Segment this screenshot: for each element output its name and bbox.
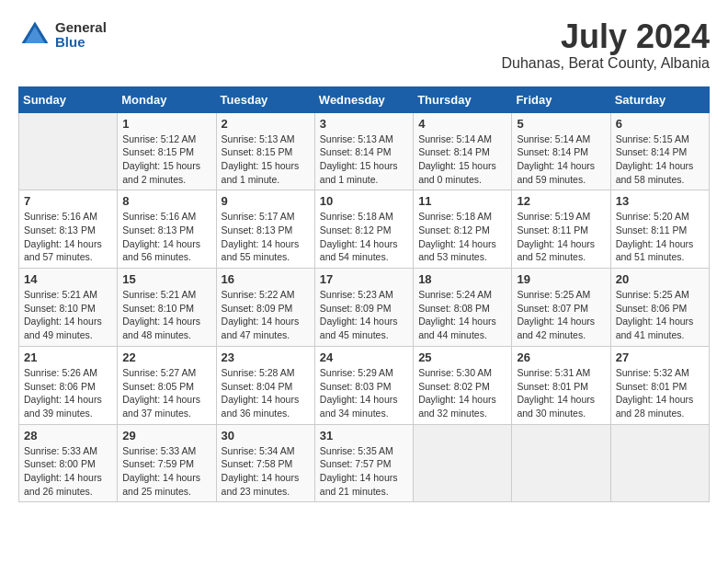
day-detail: Sunrise: 5:25 AMSunset: 8:07 PMDaylight:… [517, 288, 605, 342]
day-detail: Sunrise: 5:18 AMSunset: 8:12 PMDaylight:… [418, 210, 506, 264]
day-number: 11 [418, 194, 506, 208]
weekday-header-wednesday: Wednesday [314, 86, 413, 112]
day-number: 10 [320, 194, 408, 208]
day-detail: Sunrise: 5:18 AMSunset: 8:12 PMDaylight:… [320, 210, 408, 264]
day-detail: Sunrise: 5:28 AMSunset: 8:04 PMDaylight:… [222, 366, 310, 420]
calendar-cell [610, 424, 709, 502]
day-detail: Sunrise: 5:14 AMSunset: 8:14 PMDaylight:… [517, 132, 605, 187]
day-detail: Sunrise: 5:30 AMSunset: 8:02 PMDaylight:… [418, 366, 506, 420]
calendar-cell: 6Sunrise: 5:15 AMSunset: 8:14 PMDaylight… [610, 112, 709, 190]
day-detail: Sunrise: 5:17 AMSunset: 8:13 PMDaylight:… [222, 210, 310, 264]
day-number: 8 [122, 194, 210, 208]
day-detail: Sunrise: 5:21 AMSunset: 8:10 PMDaylight:… [24, 288, 112, 342]
day-number: 14 [24, 272, 112, 286]
calendar-cell: 30Sunrise: 5:34 AMSunset: 7:58 PMDayligh… [216, 424, 314, 502]
day-number: 22 [122, 350, 210, 364]
calendar-cell: 3Sunrise: 5:13 AMSunset: 8:14 PMDaylight… [314, 112, 413, 190]
day-detail: Sunrise: 5:35 AMSunset: 7:57 PMDaylight:… [320, 444, 408, 499]
day-detail: Sunrise: 5:34 AMSunset: 7:58 PMDaylight:… [222, 444, 310, 499]
calendar-cell: 27Sunrise: 5:32 AMSunset: 8:01 PMDayligh… [610, 346, 709, 424]
day-detail: Sunrise: 5:13 AMSunset: 8:15 PMDaylight:… [222, 132, 310, 187]
day-detail: Sunrise: 5:26 AMSunset: 8:06 PMDaylight:… [24, 366, 112, 420]
calendar-cell: 14Sunrise: 5:21 AMSunset: 8:10 PMDayligh… [19, 269, 118, 347]
day-number: 5 [517, 117, 605, 131]
calendar-cell: 1Sunrise: 5:12 AMSunset: 8:15 PMDaylight… [118, 112, 216, 190]
calendar-week-2: 7Sunrise: 5:16 AMSunset: 8:13 PMDaylight… [19, 190, 710, 269]
title-block: July 2024 Duhanas, Berat County, Albania [501, 18, 710, 72]
day-number: 24 [320, 350, 408, 364]
day-detail: Sunrise: 5:22 AMSunset: 8:09 PMDaylight:… [222, 288, 310, 342]
calendar-cell: 19Sunrise: 5:25 AMSunset: 8:07 PMDayligh… [512, 269, 610, 347]
logo-icon [18, 18, 51, 52]
calendar-cell [19, 112, 118, 190]
day-number: 12 [517, 194, 605, 208]
calendar-week-3: 14Sunrise: 5:21 AMSunset: 8:10 PMDayligh… [19, 269, 710, 347]
calendar-cell: 24Sunrise: 5:29 AMSunset: 8:03 PMDayligh… [314, 346, 413, 424]
day-number: 4 [418, 117, 506, 131]
day-number: 7 [24, 194, 112, 208]
calendar-cell: 21Sunrise: 5:26 AMSunset: 8:06 PMDayligh… [19, 346, 118, 424]
calendar-cell: 16Sunrise: 5:22 AMSunset: 8:09 PMDayligh… [216, 269, 314, 347]
day-number: 20 [616, 272, 704, 286]
day-number: 30 [222, 429, 310, 442]
day-detail: Sunrise: 5:33 AMSunset: 8:00 PMDaylight:… [24, 444, 112, 499]
calendar-cell: 23Sunrise: 5:28 AMSunset: 8:04 PMDayligh… [216, 346, 314, 424]
calendar-cell: 20Sunrise: 5:25 AMSunset: 8:06 PMDayligh… [610, 269, 709, 347]
weekday-header-thursday: Thursday [414, 86, 512, 112]
day-detail: Sunrise: 5:14 AMSunset: 8:14 PMDaylight:… [418, 132, 506, 187]
logo-text: General Blue [55, 20, 107, 51]
calendar-cell: 31Sunrise: 5:35 AMSunset: 7:57 PMDayligh… [314, 424, 413, 502]
day-detail: Sunrise: 5:20 AMSunset: 8:11 PMDaylight:… [616, 210, 704, 264]
calendar-week-5: 28Sunrise: 5:33 AMSunset: 8:00 PMDayligh… [19, 424, 710, 502]
calendar-cell: 15Sunrise: 5:21 AMSunset: 8:10 PMDayligh… [118, 269, 216, 347]
calendar-cell: 5Sunrise: 5:14 AMSunset: 8:14 PMDaylight… [512, 112, 610, 190]
calendar-cell [512, 424, 610, 502]
day-number: 17 [320, 272, 408, 286]
weekday-header-friday: Friday [512, 86, 610, 112]
calendar-cell: 26Sunrise: 5:31 AMSunset: 8:01 PMDayligh… [512, 346, 610, 424]
weekday-header-sunday: Sunday [19, 86, 118, 112]
day-number: 3 [320, 117, 408, 131]
day-number: 29 [122, 429, 210, 442]
calendar-cell: 17Sunrise: 5:23 AMSunset: 8:09 PMDayligh… [314, 269, 413, 347]
day-detail: Sunrise: 5:16 AMSunset: 8:13 PMDaylight:… [122, 210, 210, 264]
page-header: General Blue July 2024 Duhanas, Berat Co… [18, 18, 710, 72]
day-number: 2 [222, 117, 310, 131]
day-detail: Sunrise: 5:33 AMSunset: 7:59 PMDaylight:… [122, 444, 210, 499]
day-number: 19 [517, 272, 605, 286]
calendar-cell: 25Sunrise: 5:30 AMSunset: 8:02 PMDayligh… [414, 346, 512, 424]
calendar-table: SundayMondayTuesdayWednesdayThursdayFrid… [18, 86, 710, 503]
day-number: 31 [320, 429, 408, 442]
weekday-header-saturday: Saturday [610, 86, 709, 112]
calendar-week-4: 21Sunrise: 5:26 AMSunset: 8:06 PMDayligh… [19, 346, 710, 424]
weekday-header-monday: Monday [118, 86, 216, 112]
day-number: 21 [24, 350, 112, 364]
location: Duhanas, Berat County, Albania [501, 55, 710, 72]
calendar-cell: 11Sunrise: 5:18 AMSunset: 8:12 PMDayligh… [414, 190, 512, 269]
day-detail: Sunrise: 5:29 AMSunset: 8:03 PMDaylight:… [320, 366, 408, 420]
day-number: 25 [418, 350, 506, 364]
calendar-week-1: 1Sunrise: 5:12 AMSunset: 8:15 PMDaylight… [19, 112, 710, 190]
day-detail: Sunrise: 5:24 AMSunset: 8:08 PMDaylight:… [418, 288, 506, 342]
calendar-cell: 29Sunrise: 5:33 AMSunset: 7:59 PMDayligh… [118, 424, 216, 502]
calendar-cell: 28Sunrise: 5:33 AMSunset: 8:00 PMDayligh… [19, 424, 118, 502]
day-detail: Sunrise: 5:16 AMSunset: 8:13 PMDaylight:… [24, 210, 112, 264]
day-detail: Sunrise: 5:25 AMSunset: 8:06 PMDaylight:… [616, 288, 704, 342]
calendar-cell: 4Sunrise: 5:14 AMSunset: 8:14 PMDaylight… [414, 112, 512, 190]
day-number: 15 [122, 272, 210, 286]
day-number: 18 [418, 272, 506, 286]
day-detail: Sunrise: 5:27 AMSunset: 8:05 PMDaylight:… [122, 366, 210, 420]
day-detail: Sunrise: 5:21 AMSunset: 8:10 PMDaylight:… [122, 288, 210, 342]
day-number: 1 [122, 117, 210, 131]
day-detail: Sunrise: 5:32 AMSunset: 8:01 PMDaylight:… [616, 366, 704, 420]
calendar-cell: 18Sunrise: 5:24 AMSunset: 8:08 PMDayligh… [414, 269, 512, 347]
calendar-cell: 7Sunrise: 5:16 AMSunset: 8:13 PMDaylight… [19, 190, 118, 269]
day-number: 27 [616, 350, 704, 364]
weekday-header-row: SundayMondayTuesdayWednesdayThursdayFrid… [19, 86, 710, 112]
logo: General Blue [18, 18, 107, 52]
day-number: 16 [222, 272, 310, 286]
month-year: July 2024 [501, 18, 710, 55]
calendar-cell: 8Sunrise: 5:16 AMSunset: 8:13 PMDaylight… [118, 190, 216, 269]
day-detail: Sunrise: 5:19 AMSunset: 8:11 PMDaylight:… [517, 210, 605, 264]
day-number: 28 [24, 429, 112, 442]
